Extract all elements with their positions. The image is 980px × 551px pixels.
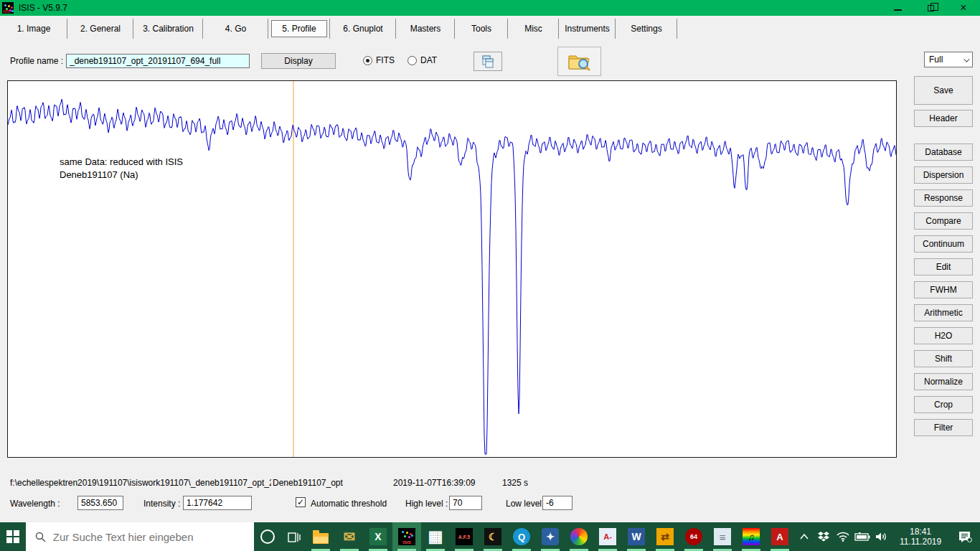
minimize-icon	[894, 9, 902, 11]
windows-logo-icon	[6, 530, 19, 543]
dropbox-icon	[818, 532, 829, 542]
taskbar-clock[interactable]: 18:41 11.11.2019	[891, 527, 950, 547]
high-level-input[interactable]	[449, 496, 482, 510]
start-button[interactable]	[0, 522, 26, 551]
tab-image[interactable]: 1. Image	[0, 16, 67, 42]
folder-search-icon	[567, 52, 592, 72]
af5-rename-icon: A.F.5	[456, 528, 473, 545]
response-button[interactable]: Response	[914, 189, 973, 207]
isis-taskbar-button[interactable]: ISIS	[392, 522, 421, 551]
dat-radio[interactable]: DAT	[407, 55, 437, 65]
calculator-taskbar-button[interactable]: ▦	[421, 522, 450, 551]
tab-settings[interactable]: Settings	[616, 16, 677, 42]
minimize-button[interactable]	[881, 0, 914, 16]
close-button[interactable]: ×	[947, 0, 980, 16]
arithmetic-button[interactable]: Arithmetic	[914, 304, 973, 321]
action-center-icon	[958, 531, 972, 543]
battery-tray-button[interactable]	[852, 522, 872, 551]
save-button[interactable]: Save	[914, 76, 973, 105]
font-tool-taskbar-button[interactable]: A-	[593, 522, 622, 551]
dat-radio-label: DAT	[420, 55, 437, 65]
notepad-taskbar-button[interactable]: ≡	[708, 522, 737, 551]
volume-tray-button[interactable]	[872, 522, 891, 551]
chevron-down-icon	[963, 56, 969, 62]
normalize-button[interactable]: Normalize	[914, 373, 973, 390]
tray-expand-button[interactable]	[794, 522, 814, 551]
filter-button[interactable]: Filter	[914, 419, 973, 436]
plot-annotation: same Data: reduced with ISIS Deneb191107…	[60, 156, 183, 182]
mail-taskbar-button[interactable]: ✉	[335, 522, 364, 551]
acrobat-taskbar-button[interactable]: A	[765, 522, 794, 551]
tab-tools[interactable]: Tools	[455, 16, 508, 42]
restore-button[interactable]	[914, 0, 947, 16]
notepad-icon: ≡	[714, 528, 731, 545]
shift-button[interactable]: Shift	[914, 350, 973, 367]
high-level-label: High level :	[405, 499, 448, 509]
excel-taskbar-button[interactable]: X	[364, 522, 392, 551]
tab-calibration-label: 3. Calibration	[136, 21, 201, 37]
automatic-threshold-checkbox[interactable]: ✓	[296, 497, 306, 507]
plot-annotation-line1: same Data: reduced with ISIS	[60, 156, 183, 169]
tab-go[interactable]: 4. Go	[203, 16, 268, 42]
low-level-input[interactable]	[542, 496, 573, 510]
cortana-button[interactable]	[254, 522, 282, 551]
tab-calibration[interactable]: 3. Calibration	[133, 16, 203, 42]
display-button[interactable]: Display	[261, 53, 336, 69]
action-center-button[interactable]	[950, 522, 980, 551]
task-view-button[interactable]	[282, 522, 306, 551]
continuum-button[interactable]: Continuum	[914, 235, 973, 253]
fwhm-button[interactable]: FWHM	[914, 281, 973, 298]
view-mode-select[interactable]: Full	[924, 52, 973, 67]
file-explorer-icon	[313, 533, 329, 544]
database-button[interactable]: Database	[914, 143, 973, 161]
wifi-tray-button[interactable]	[833, 522, 852, 551]
taskbar-search-box[interactable]	[26, 522, 254, 551]
tab-general[interactable]: 2. General	[67, 16, 133, 42]
treesize-taskbar-button[interactable]: ⇄	[651, 522, 679, 551]
dropbox-tray-button[interactable]	[814, 522, 833, 551]
h2o-button[interactable]: H2O	[914, 327, 973, 344]
intensity-input[interactable]	[183, 496, 252, 510]
telescope-taskbar-button[interactable]: ☾	[479, 522, 507, 551]
font-tool-icon: A-	[599, 528, 616, 545]
browse-files-button[interactable]	[557, 47, 601, 76]
paint-palette-taskbar-button[interactable]	[565, 522, 593, 551]
af5-rename-taskbar-button[interactable]: A.F.5	[450, 522, 479, 551]
profile-name-label: Profile name :	[10, 56, 63, 66]
profile-toolbar: Profile name : Display FITS DAT Full	[0, 42, 980, 80]
clock-date: 11.11.2019	[891, 537, 950, 547]
header-button[interactable]: Header	[914, 110, 973, 127]
dispersion-button[interactable]: Dispersion	[914, 166, 973, 184]
word-taskbar-button[interactable]: W	[622, 522, 651, 551]
q-app-icon: Q	[513, 528, 530, 545]
q-app-taskbar-button[interactable]: Q	[507, 522, 536, 551]
tab-profile[interactable]: 5. Profile	[268, 16, 330, 42]
tab-masters[interactable]: Masters	[396, 16, 455, 42]
file-explorer-taskbar-button[interactable]	[306, 522, 335, 551]
phoenix-taskbar-button[interactable]: ✦	[536, 522, 565, 551]
fits-radio[interactable]: FITS	[363, 55, 395, 65]
irfanview-taskbar-button[interactable]: 64	[679, 522, 708, 551]
observation-datetime-text: 2019-11-07T16:39:09	[393, 478, 476, 488]
copy-button[interactable]	[473, 52, 502, 71]
tab-misc[interactable]: Misc	[508, 16, 559, 42]
task-view-icon	[288, 530, 301, 543]
wavelength-input[interactable]	[77, 496, 123, 510]
low-level-label: Low level :	[506, 499, 547, 509]
tab-gnuplot[interactable]: 6. Gnuplot	[330, 16, 396, 42]
music-spectrum-taskbar-button[interactable]: ♫	[737, 522, 765, 551]
tab-instruments[interactable]: Instruments	[559, 16, 616, 42]
crop-button[interactable]: Crop	[914, 396, 973, 413]
profile-name-input[interactable]	[66, 54, 250, 68]
compare-button[interactable]: Compare	[914, 212, 973, 230]
tab-misc-label: Misc	[517, 21, 550, 37]
paint-palette-icon	[570, 528, 588, 545]
spectrum-plot[interactable]: same Data: reduced with ISIS Deneb191107…	[7, 80, 897, 458]
tab-profile-label: 5. Profile	[271, 20, 326, 37]
calculator-icon: ▦	[427, 528, 444, 545]
treesize-icon: ⇄	[656, 528, 674, 545]
edit-button[interactable]: Edit	[914, 258, 973, 276]
windows-taskbar: ✉XISIS▦A.F.5☾Q✦A-W⇄64≡♫A	[0, 522, 980, 551]
app-logo-icon	[2, 2, 14, 14]
taskbar-search-input[interactable]	[53, 531, 254, 543]
